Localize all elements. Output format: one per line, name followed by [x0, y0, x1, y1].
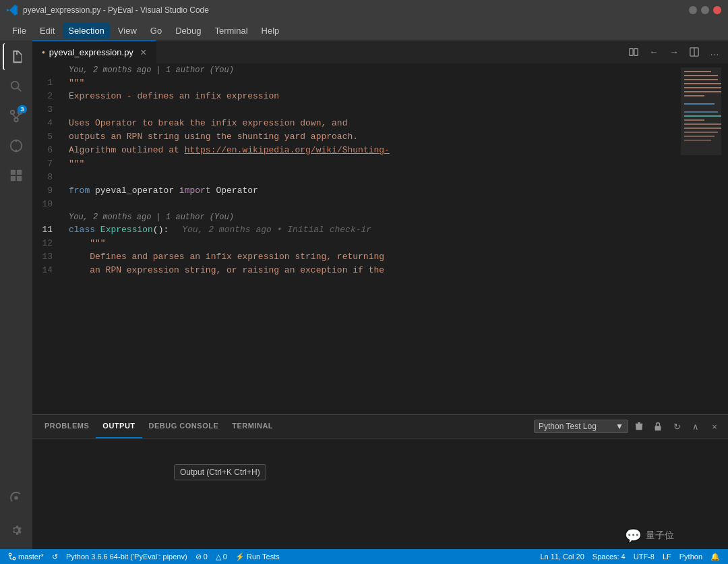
tab-bar: ● pyeval_expression.py × ← → …: [32, 40, 728, 64]
code-line-10: [69, 198, 681, 211]
close-button[interactable]: [713, 6, 721, 14]
status-errors-label: ⊘ 0: [195, 553, 208, 561]
navigate-back-button[interactable]: ←: [644, 43, 663, 61]
status-bell-icon: 🔔: [710, 553, 720, 561]
extensions-icon[interactable]: [3, 162, 30, 189]
code-editor[interactable]: 1 2 3 4 5 6 7 8 9 10 11 12 13 14 You, 2 …: [32, 64, 728, 414]
search-icon[interactable]: [3, 73, 30, 100]
status-encoding[interactable]: UTF-8: [630, 549, 659, 564]
settings-icon[interactable]: [3, 517, 30, 544]
watermark: 💬 量子位: [625, 528, 674, 544]
panel-dropdown-value: Python Test Log: [539, 422, 597, 431]
status-language[interactable]: Python: [675, 549, 706, 564]
code-line-11: class Expression():You, 2 months ago • I…: [69, 223, 681, 237]
panel-clear-button[interactable]: [631, 418, 647, 434]
scroll-track[interactable]: [721, 64, 728, 414]
svg-point-4: [14, 118, 18, 122]
code-line-5: outputs an RPN string using the shunting…: [69, 130, 681, 144]
panel-tabs: PROBLEMS OUTPUT DEBUG CONSOLE TERMINAL P…: [32, 415, 728, 439]
explorer-icon[interactable]: [3, 43, 30, 70]
menu-terminal[interactable]: Terminal: [209, 23, 253, 38]
minimize-button[interactable]: [689, 6, 697, 14]
title-bar-controls[interactable]: [689, 6, 721, 14]
tooltip-text: Output (Ctrl+K Ctrl+H): [180, 468, 260, 477]
svg-rect-36: [681, 67, 721, 155]
navigate-forward-button[interactable]: →: [665, 43, 684, 61]
output-tooltip: Output (Ctrl+K Ctrl+H): [174, 464, 266, 480]
code-line-1: """: [69, 76, 681, 90]
title-bar-title: pyeval_expression.py - PyEval - Visual S…: [23, 5, 209, 15]
svg-point-14: [14, 496, 18, 500]
status-python-version[interactable]: Python 3.6.6 64-bit ('PyEval': pipenv): [62, 549, 191, 564]
split-editor-button[interactable]: [624, 43, 643, 61]
svg-rect-10: [11, 170, 16, 175]
panel-lock-button[interactable]: [650, 418, 666, 434]
vscode-icon: [7, 5, 18, 16]
svg-line-6: [16, 114, 20, 118]
split-view-button[interactable]: [685, 43, 704, 61]
panel-close-button[interactable]: ×: [706, 418, 723, 434]
panel-dropdown-arrow: ▼: [615, 422, 624, 431]
status-position[interactable]: Ln 11, Col 20: [536, 549, 588, 564]
tab-modified-dot: ●: [42, 49, 45, 55]
watermark-text: 量子位: [646, 530, 674, 542]
title-bar-left: pyeval_expression.py - PyEval - Visual S…: [7, 5, 209, 16]
status-spaces[interactable]: Spaces: 4: [588, 549, 630, 564]
menu-selection[interactable]: Selection: [63, 23, 109, 38]
source-control-icon[interactable]: 3: [3, 103, 30, 130]
status-warnings-label: △ 0: [216, 553, 227, 561]
status-python-label: Python 3.6.6 64-bit ('PyEval': pipenv): [66, 553, 187, 561]
panel-tab-terminal[interactable]: TERMINAL: [225, 415, 280, 439]
tab-actions: ← → …: [624, 43, 728, 61]
status-bell[interactable]: 🔔: [706, 549, 724, 564]
code-line-7: """: [69, 157, 681, 171]
more-actions-button[interactable]: …: [705, 43, 724, 61]
panel-right-controls: Python Test Log ▼ ↻ ∧ ×: [534, 418, 723, 434]
panel-tab-problems[interactable]: PROBLEMS: [38, 415, 96, 439]
activity-bar: 3: [0, 40, 32, 549]
svg-point-38: [9, 553, 11, 556]
menu-view[interactable]: View: [113, 23, 142, 38]
debug-icon[interactable]: [3, 132, 30, 159]
watermark-logo: 💬: [625, 528, 642, 544]
menu-edit[interactable]: Edit: [34, 23, 60, 38]
status-errors[interactable]: ⊘ 0: [191, 549, 212, 564]
status-run-tests-label: ⚡ Run Tests: [235, 553, 280, 561]
panel-collapse-button[interactable]: ∧: [688, 418, 704, 434]
svg-line-5: [13, 114, 17, 118]
svg-point-0: [11, 82, 19, 89]
status-branch[interactable]: master*: [4, 549, 48, 564]
status-warnings[interactable]: △ 0: [212, 549, 231, 564]
code-line-4: Uses Operator to break the infix express…: [69, 117, 681, 130]
maximize-button[interactable]: [701, 6, 709, 14]
source-control-badge: 3: [18, 105, 27, 113]
status-sync[interactable]: ↺: [48, 549, 62, 564]
remote-icon[interactable]: [3, 484, 30, 511]
svg-point-39: [13, 557, 16, 560]
editor-tab-active[interactable]: ● pyeval_expression.py ×: [32, 40, 156, 64]
editor-area: ● pyeval_expression.py × ← → … 1: [32, 40, 728, 549]
svg-rect-12: [11, 176, 16, 181]
panel-tab-debug-console[interactable]: DEBUG CONSOLE: [142, 415, 226, 439]
panel-refresh-button[interactable]: ↻: [669, 418, 685, 434]
status-run-tests[interactable]: ⚡ Run Tests: [231, 549, 284, 564]
menu-debug[interactable]: Debug: [170, 23, 206, 38]
tab-filename: pyeval_expression.py: [49, 47, 133, 57]
code-line-13: Defines and parses an infix expression s…: [69, 250, 681, 264]
svg-rect-16: [634, 49, 638, 56]
panel-output-dropdown[interactable]: Python Test Log ▼: [534, 420, 628, 433]
git-annotation-1: You, 2 months ago | 1 author (You): [69, 64, 681, 76]
tab-close-button[interactable]: ×: [140, 47, 146, 59]
panel-tab-output[interactable]: OUTPUT: [96, 415, 142, 439]
menu-help[interactable]: Help: [256, 23, 285, 38]
status-bar: master* ↺ Python 3.6.6 64-bit ('PyEval':…: [0, 549, 728, 564]
status-line-ending[interactable]: LF: [659, 549, 675, 564]
panel-content: Output (Ctrl+K Ctrl+H): [32, 439, 728, 549]
menu-go[interactable]: Go: [145, 23, 167, 38]
code-line-12: """: [69, 237, 681, 250]
status-encoding-label: UTF-8: [634, 553, 655, 561]
svg-line-1: [18, 88, 21, 91]
svg-rect-37: [655, 426, 661, 430]
svg-rect-13: [17, 176, 22, 181]
menu-file[interactable]: File: [7, 23, 32, 38]
